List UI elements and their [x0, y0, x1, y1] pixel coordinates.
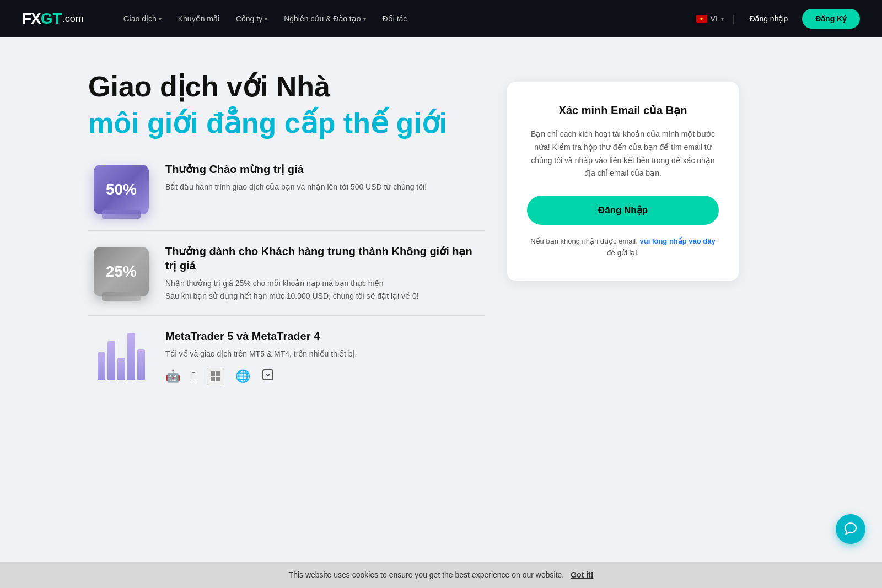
login-big-button[interactable]: Đăng Nhập [527, 196, 719, 225]
logo-com: .com [62, 13, 84, 25]
chevron-down-icon: ▾ [159, 16, 162, 22]
svg-rect-3 [216, 377, 220, 381]
promo-desc-mt: Tải về và giao dịch trên MT5 & MT4, trên… [165, 348, 357, 360]
email-verify-card: Xác minh Email của Bạn Bạn chỉ cách kích… [507, 82, 739, 281]
logo[interactable]: FXGT.com [22, 10, 84, 28]
chart-bar-1 [98, 352, 105, 380]
hero-title-teal: môi giới đẳng cấp thế giới [88, 106, 485, 140]
chart-bar-2 [107, 341, 115, 380]
metatrader-icon [91, 330, 152, 382]
promo-text-25: Thưởng dành cho Khách hàng trung thành K… [165, 244, 485, 302]
svg-rect-0 [211, 371, 215, 376]
chart-bar-3 [117, 358, 125, 380]
promo-desc-50: Bắt đầu hành trình giao dịch của bạn và … [165, 181, 427, 193]
chevron-down-icon: ▾ [363, 16, 366, 22]
hero-title-dark: Giao dịch với Nhà [88, 71, 485, 104]
promo-list: 50% Thưởng Chào mừng trị giá Bắt đầu hàn… [88, 162, 485, 398]
nav-divider: | [733, 13, 735, 25]
svg-rect-1 [216, 371, 220, 376]
promo-title-25: Thưởng dành cho Khách hàng trung thành K… [165, 244, 485, 273]
promo-text-50: Thưởng Chào mừng trị giá Bắt đầu hành tr… [165, 162, 427, 193]
left-section: Giao dịch với Nhà môi giới đẳng cấp thế … [88, 71, 485, 398]
nav-item-cong-ty[interactable]: Công ty ▾ [229, 10, 274, 28]
card-description: Bạn chỉ cách kích hoạt tài khoản của mìn… [527, 128, 719, 180]
register-button[interactable]: Đăng Ký [802, 9, 860, 29]
language-selector[interactable]: VI ▾ [696, 14, 724, 23]
promo-item-mt: MetaTrader 5 và MetaTrader 4 Tải về và g… [88, 316, 485, 398]
chart-bar-5 [137, 349, 145, 380]
promo-title-50: Thưởng Chào mừng trị giá [165, 162, 427, 176]
promo-desc-25: Nhận thưởng trị giá 25% cho mỗi khoản nạ… [165, 277, 485, 302]
card-footer: Nếu bạn không nhận được email, vui lòng … [527, 236, 719, 259]
promo-item-25: 25% Thưởng dành cho Khách hàng trung thà… [88, 231, 485, 316]
mac-icon[interactable] [261, 368, 275, 385]
login-button[interactable]: Đăng nhập [744, 11, 793, 26]
nav-item-khuyen-mai[interactable]: Khuyến mãi [171, 10, 226, 28]
cookie-banner: This website uses cookies to ensure you … [0, 562, 882, 588]
card-footer-suffix: để gửi lại. [607, 249, 639, 257]
promo-item-50: 50% Thưởng Chào mừng trị giá Bắt đầu hàn… [88, 162, 485, 231]
cookie-message: This website uses cookies to ensure you … [289, 570, 564, 579]
android-icon[interactable]: 🤖 [165, 369, 180, 384]
card-footer-text: Nếu bạn không nhận được email, [530, 237, 639, 245]
promo-title-mt: MetaTrader 5 và MetaTrader 4 [165, 329, 357, 343]
card-title: Xác minh Email của Bạn [527, 104, 719, 117]
right-section: Xác minh Email của Bạn Bạn chỉ cách kích… [507, 71, 739, 398]
chat-button[interactable] [836, 514, 865, 544]
got-it-button[interactable]: Got it! [571, 570, 593, 579]
chat-icon [843, 522, 858, 536]
badge-50-icon: 50% [94, 165, 149, 214]
logo-fx: FX [22, 10, 41, 28]
resend-email-link[interactable]: vui lòng nhấp vào đây [639, 237, 715, 245]
nav-links: Giao dịch ▾ Khuyến mãi Công ty ▾ Nghiên … [117, 10, 696, 28]
navbar: FXGT.com Giao dịch ▾ Khuyến mãi Công ty … [0, 0, 882, 37]
main-content: Giao dịch với Nhà môi giới đẳng cấp thế … [55, 37, 827, 431]
nav-item-nghien-cuu[interactable]: Nghiên cứu & Đào tạo ▾ [277, 10, 372, 28]
vn-flag-icon [696, 15, 707, 23]
promo-text-mt: MetaTrader 5 và MetaTrader 4 Tải về và g… [165, 329, 357, 385]
logo-gt: GT [41, 10, 62, 28]
windows-icon[interactable] [207, 368, 224, 385]
apple-icon[interactable]:  [191, 369, 196, 384]
chevron-down-icon: ▾ [721, 16, 724, 22]
platform-icons: 🤖  🌐 [165, 368, 357, 385]
svg-rect-2 [211, 377, 215, 381]
badge-25-icon: 25% [94, 247, 149, 296]
promo-img-mt [88, 329, 154, 384]
promo-img-25: 25% [88, 244, 154, 299]
chevron-down-icon: ▾ [265, 16, 267, 22]
nav-right: VI ▾ | Đăng nhập Đăng Ký [696, 9, 860, 29]
svg-rect-4 [263, 370, 273, 380]
nav-item-doi-tac[interactable]: Đối tác [376, 10, 414, 28]
web-icon[interactable]: 🌐 [235, 369, 250, 384]
nav-item-giao-dich[interactable]: Giao dịch ▾ [117, 10, 168, 28]
chart-bar-4 [127, 333, 135, 380]
promo-img-50: 50% [88, 162, 154, 217]
